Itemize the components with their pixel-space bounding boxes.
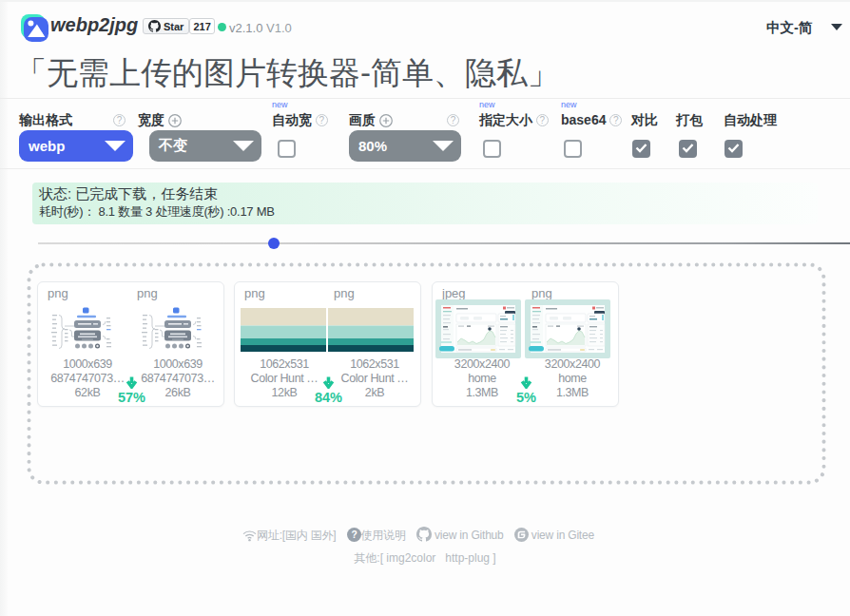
svg-text:?: ? [351,529,357,540]
